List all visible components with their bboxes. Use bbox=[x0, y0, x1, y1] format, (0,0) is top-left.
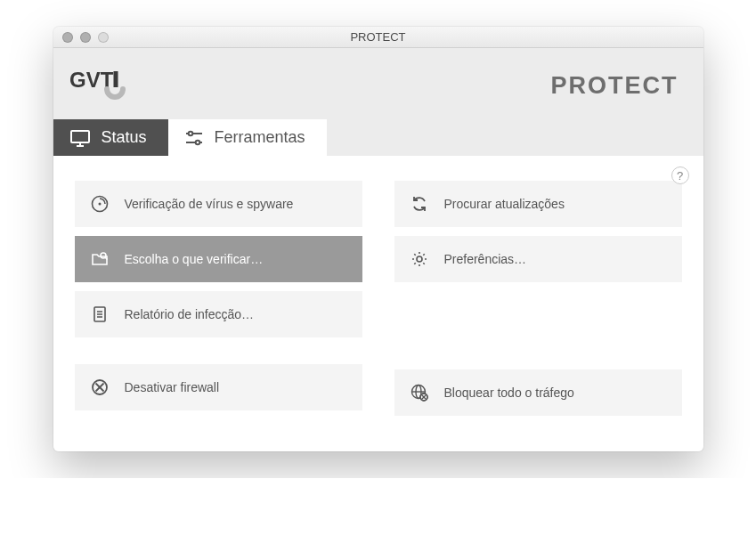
document-icon bbox=[91, 305, 109, 323]
tabs: Status Ferramentas bbox=[53, 119, 703, 156]
tab-tools-label: Ferramentas bbox=[215, 128, 305, 147]
block-traffic-button[interactable]: Bloquear todo o tráfego bbox=[394, 369, 682, 416]
actions-grid: Verificação de vírus e spyware Escolha o… bbox=[75, 181, 682, 416]
preferences-label: Preferências… bbox=[444, 252, 527, 266]
minimize-window-button[interactable] bbox=[80, 32, 91, 43]
preferences-button[interactable]: Preferências… bbox=[394, 236, 682, 282]
brand-label: PROTECT bbox=[550, 72, 678, 100]
check-updates-label: Procurar atualizações bbox=[444, 197, 565, 211]
choose-scan-button[interactable]: Escolha o que verificar… bbox=[75, 236, 362, 282]
window-title: PROTECT bbox=[53, 30, 703, 44]
disable-firewall-button[interactable]: Desativar firewall bbox=[75, 364, 362, 410]
svg-point-10 bbox=[98, 203, 101, 206]
svg-point-6 bbox=[188, 131, 192, 135]
traffic-lights bbox=[53, 32, 109, 43]
tab-status-label: Status bbox=[102, 128, 147, 147]
help-icon: ? bbox=[677, 169, 683, 183]
svg-point-20 bbox=[417, 256, 422, 262]
globe-block-icon bbox=[411, 384, 428, 402]
sliders-icon bbox=[184, 130, 204, 146]
header: GVT PROTECT bbox=[53, 48, 703, 119]
scan-virus-label: Verificação de vírus e spyware bbox=[125, 197, 294, 211]
refresh-icon bbox=[411, 195, 428, 213]
tab-status[interactable]: Status bbox=[53, 119, 168, 156]
tab-tools[interactable]: Ferramentas bbox=[168, 119, 327, 156]
infection-report-button[interactable]: Relatório de infecção… bbox=[75, 291, 362, 337]
content-pane: ? Verificação de vírus e spyware bbox=[53, 156, 703, 451]
monitor-icon bbox=[69, 129, 91, 147]
disable-firewall-label: Desativar firewall bbox=[125, 380, 220, 394]
scan-icon bbox=[91, 195, 109, 213]
gvt-logo: GVT bbox=[69, 68, 134, 103]
gear-icon bbox=[411, 250, 428, 268]
choose-scan-label: Escolha o que verificar… bbox=[125, 252, 264, 266]
right-column: Procurar atualizações Preferências… bbox=[394, 181, 682, 416]
app-window: PROTECT GVT PROTECT Status bbox=[53, 27, 703, 451]
folder-search-icon bbox=[91, 250, 109, 268]
svg-point-8 bbox=[195, 140, 199, 144]
check-updates-button[interactable]: Procurar atualizações bbox=[394, 181, 682, 227]
block-traffic-label: Bloquear todo o tráfego bbox=[444, 386, 574, 400]
left-column: Verificação de vírus e spyware Escolha o… bbox=[75, 181, 362, 416]
spacer bbox=[394, 309, 682, 361]
titlebar: PROTECT bbox=[53, 27, 703, 48]
close-window-button[interactable] bbox=[62, 32, 73, 43]
help-button[interactable]: ? bbox=[671, 166, 689, 184]
spacer bbox=[75, 346, 362, 355]
spacer bbox=[394, 291, 682, 300]
scan-virus-button[interactable]: Verificação de vírus e spyware bbox=[75, 181, 362, 227]
disable-icon bbox=[91, 378, 109, 396]
maximize-window-button[interactable] bbox=[98, 32, 109, 43]
infection-report-label: Relatório de infecção… bbox=[125, 307, 255, 321]
svg-rect-2 bbox=[71, 131, 89, 142]
